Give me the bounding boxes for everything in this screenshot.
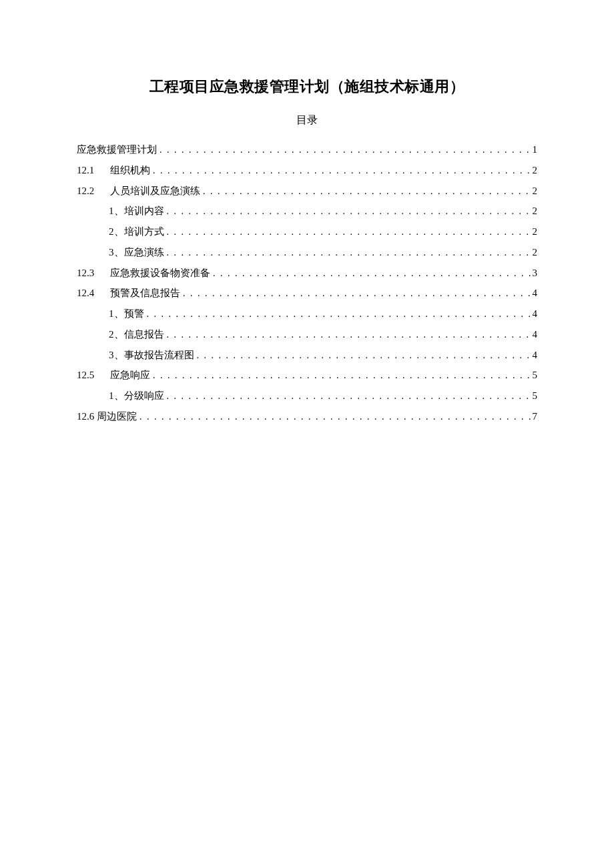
- table-of-contents: 应急救援管理计划112.1组织机构212.2人员培训及应急演练21、培训内容22…: [77, 139, 537, 427]
- toc-entry-page: 7: [533, 406, 538, 427]
- toc-entry-label: 2、信息报告: [109, 324, 164, 345]
- toc-entry-page: 3: [533, 263, 538, 284]
- toc-entry-title: 应急响应: [110, 370, 150, 380]
- toc-entry: 应急救援管理计划1: [77, 139, 537, 160]
- toc-leader-dots: [137, 408, 533, 427]
- toc-entry: 12.4预警及信息报告4: [77, 283, 537, 304]
- toc-entry-page: 5: [533, 365, 538, 386]
- toc-entry-page: 4: [533, 324, 538, 345]
- toc-entry-label: 1、分级响应: [109, 386, 164, 406]
- toc-leader-dots: [164, 202, 533, 222]
- toc-entry-number: 12.3: [77, 263, 110, 284]
- toc-entry: 12.1组织机构2: [77, 160, 537, 181]
- toc-leader-dots: [150, 161, 533, 181]
- toc-entry-page: 4: [533, 304, 538, 324]
- toc-leader-dots: [164, 387, 533, 406]
- toc-entry: 2、培训方式2: [77, 222, 537, 242]
- toc-entry-title: 应急救援设备物资准备: [110, 268, 210, 278]
- toc-entry-label: 12.2人员培训及应急演练: [77, 181, 200, 201]
- toc-entry-page: 5: [533, 386, 538, 406]
- toc-entry-label: 1、培训内容: [109, 201, 164, 222]
- toc-entry-page: 4: [533, 345, 538, 366]
- toc-entry: 3、事故报告流程图4: [77, 345, 537, 366]
- toc-entry-label: 12.1组织机构: [77, 160, 150, 181]
- toc-leader-dots: [150, 366, 533, 386]
- toc-entry: 2、信息报告4: [77, 324, 537, 345]
- toc-entry-number: 12.5: [77, 365, 110, 386]
- toc-leader-dots: [157, 141, 533, 160]
- toc-entry-page: 2: [533, 201, 538, 222]
- toc-heading: 目录: [77, 113, 537, 127]
- toc-leader-dots: [210, 264, 533, 284]
- toc-entry-label: 12.5应急响应: [77, 365, 150, 386]
- toc-entry-label: 3、事故报告流程图: [109, 345, 194, 366]
- toc-entry-page: 4: [533, 283, 538, 304]
- toc-entry-page: 2: [533, 222, 538, 242]
- toc-leader-dots: [164, 244, 533, 263]
- toc-entry: 12.2人员培训及应急演练2: [77, 181, 537, 201]
- toc-entry: 1、预警4: [77, 304, 537, 324]
- toc-entry-label: 1、预警: [109, 304, 144, 324]
- toc-entry-label: 3、应急演练: [109, 242, 164, 263]
- toc-entry-title: 人员培训及应急演练: [110, 185, 200, 196]
- toc-entry-title: 预警及信息报告: [110, 288, 180, 298]
- toc-entry-page: 1: [533, 139, 538, 160]
- toc-entry: 3、应急演练2: [77, 242, 537, 263]
- toc-leader-dots: [164, 223, 533, 242]
- toc-leader-dots: [164, 326, 533, 345]
- toc-entry: 12.3应急救援设备物资准备3: [77, 263, 537, 284]
- toc-leader-dots: [194, 346, 533, 366]
- toc-entry-page: 2: [533, 160, 538, 181]
- toc-entry: 12.5应急响应5: [77, 365, 537, 386]
- toc-entry-label: 12.6 周边医院: [77, 406, 137, 427]
- toc-leader-dots: [144, 305, 533, 324]
- toc-entry-title: 组织机构: [110, 165, 150, 175]
- toc-entry-label: 12.3应急救援设备物资准备: [77, 263, 210, 284]
- toc-entry-number: 12.1: [77, 160, 110, 181]
- toc-leader-dots: [200, 182, 533, 201]
- document-title: 工程项目应急救援管理计划（施组技术标通用）: [77, 77, 537, 97]
- toc-entry-number: 12.2: [77, 181, 110, 201]
- toc-entry: 1、培训内容2: [77, 201, 537, 222]
- toc-entry-label: 12.4预警及信息报告: [77, 283, 180, 304]
- toc-entry-label: 2、培训方式: [109, 222, 164, 242]
- toc-entry: 12.6 周边医院7: [77, 406, 537, 427]
- toc-entry-page: 2: [533, 242, 538, 263]
- toc-entry: 1、分级响应5: [77, 386, 537, 406]
- toc-leader-dots: [180, 284, 533, 304]
- toc-entry-label: 应急救援管理计划: [77, 139, 157, 160]
- toc-entry-number: 12.4: [77, 283, 110, 304]
- toc-entry-page: 2: [533, 181, 538, 201]
